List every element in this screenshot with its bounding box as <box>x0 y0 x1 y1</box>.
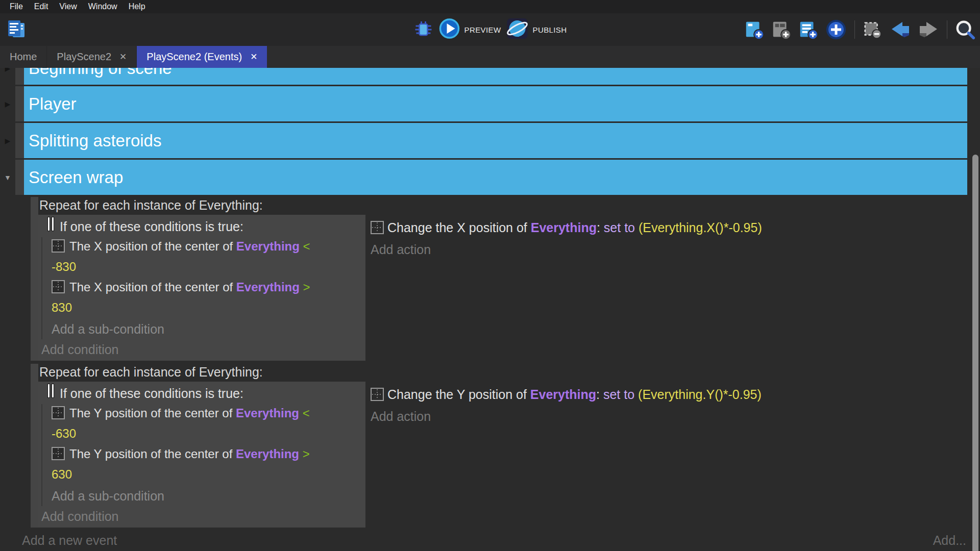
preview-button[interactable]: PREVIEW <box>439 18 501 41</box>
or-condition-row[interactable]: If one of these conditions is true: <box>40 216 362 237</box>
position-icon <box>52 239 65 258</box>
group-player[interactable]: ▶ Player <box>0 86 980 121</box>
operator: > <box>299 447 310 461</box>
condition-value: 630 <box>52 465 362 484</box>
delete-selection-icon[interactable] <box>862 19 884 40</box>
group-caret-column: ▶ <box>0 123 15 158</box>
group-header-bar[interactable]: Screen wrap <box>24 160 967 195</box>
group-screen-wrap[interactable]: ▼ Screen wrap <box>0 160 980 195</box>
preview-play-icon <box>439 18 460 41</box>
group-splitting-asteroids[interactable]: ▶ Splitting asteroids <box>0 123 980 158</box>
editor-tab-bar: Home PlayScene2 ✕ PlayScene2 (Events) ✕ <box>0 46 980 68</box>
group-drag-handle[interactable] <box>15 86 24 121</box>
repeat-header[interactable]: Repeat for each instance of Everything: <box>38 197 967 214</box>
vertical-scrollbar[interactable] <box>972 155 978 551</box>
group-title: Screen wrap <box>29 168 123 187</box>
action-expression: (Everything.Y()*-0.95) <box>634 387 762 402</box>
event-drag-handle[interactable] <box>31 197 38 361</box>
group-caret-column: ▶ <box>0 86 15 121</box>
action-verb: set to <box>604 220 635 235</box>
operator: < <box>300 239 310 253</box>
tab-label: Home <box>10 51 37 63</box>
action-expression: (Everything.X()*-0.95) <box>635 220 762 235</box>
add-subevent-icon[interactable] <box>771 19 792 40</box>
add-more-link[interactable]: Add... <box>933 533 966 548</box>
choose-add-event-icon[interactable] <box>825 18 847 41</box>
event-drag-handle[interactable] <box>31 364 38 528</box>
project-manager-icon[interactable] <box>5 18 28 43</box>
group-drag-handle[interactable] <box>15 68 24 85</box>
add-new-event-link[interactable]: Add a new event <box>22 533 117 548</box>
tab-playscene2-events[interactable]: PlayScene2 (Events) ✕ <box>136 46 267 68</box>
caret-right-icon[interactable]: ▶ <box>5 68 11 72</box>
add-action-link[interactable]: Add action <box>371 240 967 259</box>
add-sub-condition-link[interactable]: Add a sub-condition <box>42 486 362 506</box>
condition-x-greater[interactable]: The X position of the center of Everythi… <box>42 278 362 317</box>
sub-conditions: The Y position of the center of Everythi… <box>41 404 362 506</box>
event-repeat-y[interactable]: Repeat for each instance of Everything: … <box>31 364 967 528</box>
position-icon <box>371 221 384 238</box>
add-sub-condition-link[interactable]: Add a sub-condition <box>42 319 362 339</box>
search-icon[interactable] <box>954 19 976 40</box>
tab-playscene2[interactable]: PlayScene2 ✕ <box>46 46 136 68</box>
operator: < <box>299 406 310 420</box>
condition-y-greater[interactable]: The Y position of the center of Everythi… <box>42 445 362 484</box>
close-icon[interactable]: ✕ <box>250 53 257 61</box>
tab-home[interactable]: Home <box>0 46 46 68</box>
action-separator: : <box>596 387 603 402</box>
main-toolbar: PREVIEW PUBLISH <box>0 13 980 46</box>
close-icon[interactable]: ✕ <box>119 53 127 61</box>
condition-value: -630 <box>52 424 362 443</box>
screen-wrap-events: Repeat for each instance of Everything: … <box>31 197 967 528</box>
group-drag-handle[interactable] <box>15 123 24 158</box>
add-condition-link[interactable]: Add condition <box>40 339 362 360</box>
event-body: Repeat for each instance of Everything: … <box>38 197 967 361</box>
caret-down-icon[interactable]: ▼ <box>4 173 11 182</box>
menu-view[interactable]: View <box>54 0 82 13</box>
caret-right-icon[interactable]: ▶ <box>5 137 11 145</box>
sub-conditions: The X position of the center of Everythi… <box>41 237 362 339</box>
debugger-bug-icon[interactable] <box>413 19 434 40</box>
menu-help[interactable]: Help <box>123 0 151 13</box>
condition-x-less[interactable]: The X position of the center of Everythi… <box>42 237 362 276</box>
add-event-icon[interactable] <box>744 19 765 40</box>
event-body: Repeat for each instance of Everything: … <box>38 364 967 528</box>
add-condition-link[interactable]: Add condition <box>40 506 362 527</box>
undo-icon[interactable] <box>889 18 912 41</box>
condition-text: The Y position of the center of <box>69 447 236 461</box>
add-action-link[interactable]: Add action <box>371 407 967 425</box>
object-name: Everything <box>236 447 299 461</box>
group-header-bar[interactable]: Player <box>24 86 967 121</box>
action-change-y[interactable]: Change the Y position of Everything: set… <box>371 386 967 405</box>
group-drag-handle[interactable] <box>15 160 24 195</box>
sheet-footer: Add a new event Add... <box>22 533 966 548</box>
menu-file[interactable]: File <box>4 0 29 13</box>
object-name: Everything <box>236 280 300 294</box>
add-comment-icon[interactable] <box>798 19 819 40</box>
or-condition-row[interactable]: If one of these conditions is true: <box>40 383 362 404</box>
group-header-bar[interactable]: Splitting asteroids <box>24 123 967 158</box>
action-verb: set to <box>603 387 634 402</box>
group-caret-column: ▼ <box>0 160 15 195</box>
conditions-block: If one of these conditions is true: <box>38 215 365 361</box>
publish-button[interactable]: PUBLISH <box>506 17 567 42</box>
actions-column: Change the Y position of Everything: set… <box>371 382 967 425</box>
object-name: Everything <box>236 239 300 253</box>
object-name: Everything <box>531 220 597 235</box>
action-change-x[interactable]: Change the X position of Everything: set… <box>371 219 967 238</box>
repeat-header[interactable]: Repeat for each instance of Everything: <box>38 364 967 381</box>
event-repeat-x[interactable]: Repeat for each instance of Everything: … <box>31 197 967 361</box>
or-condition-icon <box>47 383 54 404</box>
condition-y-less[interactable]: The Y position of the center of Everythi… <box>42 404 362 443</box>
caret-right-icon[interactable]: ▶ <box>5 100 11 108</box>
action-text: Change the Y position of <box>387 387 530 402</box>
group-beginning-of-scene[interactable]: ▶ Beginning of scene <box>0 68 980 85</box>
menu-edit[interactable]: Edit <box>29 0 54 13</box>
toolbar-center-group: PREVIEW PUBLISH <box>413 13 567 46</box>
group-header-bar[interactable]: Beginning of scene <box>24 68 967 85</box>
position-icon <box>371 388 384 405</box>
redo-icon[interactable] <box>917 18 940 41</box>
preview-label: PREVIEW <box>464 26 501 34</box>
actions-column: Change the X position of Everything: set… <box>371 215 967 259</box>
menu-window[interactable]: Window <box>83 0 123 13</box>
